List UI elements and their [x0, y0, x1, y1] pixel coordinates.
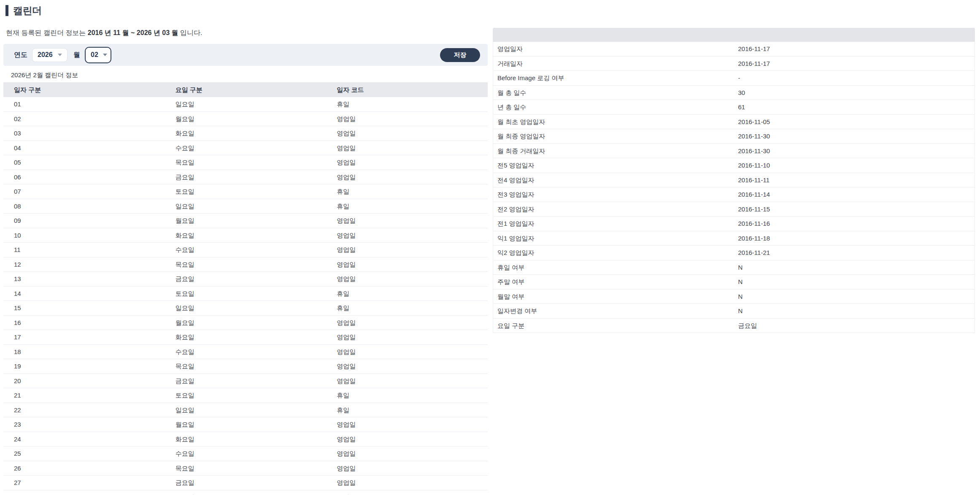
detail-label: 월 최종 영업일자: [493, 129, 734, 144]
day-cell: 09: [3, 214, 165, 228]
weekday-cell: 수요일: [165, 141, 327, 155]
weekday-cell: 금요일: [165, 272, 327, 287]
detail-row: 전3 영업일자2016-11-14: [493, 187, 975, 202]
table-row[interactable]: 02월요일영업일: [3, 111, 488, 126]
detail-row: 일자변경 여부N: [493, 304, 975, 319]
table-row[interactable]: 23월요일영업일: [3, 417, 488, 432]
info-prefix: 현재 등록된 캘린더 정보는: [6, 29, 88, 36]
day-cell: 24: [3, 432, 165, 446]
table-row[interactable]: 17화요일영업일: [3, 330, 488, 345]
filter-form-bar: 연도 2026 월 02 저장: [3, 44, 488, 66]
daycode-cell: 영업일: [326, 344, 488, 359]
detail-value: 2016-11-17: [734, 56, 975, 71]
table-row[interactable]: 11수요일영업일: [3, 243, 488, 257]
table-row[interactable]: 24화요일영업일: [3, 432, 488, 446]
daycode-cell: 영업일: [326, 330, 488, 345]
table-row[interactable]: 01일요일휴일: [3, 97, 488, 111]
table-row[interactable]: 28토요일휴일: [3, 490, 488, 495]
detail-table: 영업일자2016-11-17거래일자2016-11-17Before Image…: [493, 42, 975, 333]
daycode-cell: 영업일: [326, 126, 488, 141]
weekday-cell: 일요일: [165, 301, 327, 316]
weekday-cell: 목요일: [165, 155, 327, 170]
table-row[interactable]: 05목요일영업일: [3, 155, 488, 170]
detail-label: 년 총 일수: [493, 100, 734, 115]
detail-label: 월 최초 영업일자: [493, 114, 734, 129]
day-cell: 15: [3, 301, 165, 316]
detail-row: 월 총 일수30: [493, 85, 975, 100]
detail-row: 월 최초 영업일자2016-11-05: [493, 114, 975, 129]
table-row[interactable]: 04수요일영업일: [3, 141, 488, 155]
detail-value: 2016-11-11: [734, 173, 975, 187]
daycode-cell: 영업일: [326, 432, 488, 446]
daycode-cell: 영업일: [326, 417, 488, 432]
day-cell: 05: [3, 155, 165, 170]
daycode-cell: 영업일: [326, 141, 488, 155]
daycode-cell: 영업일: [326, 228, 488, 243]
detail-label: 전3 영업일자: [493, 187, 734, 202]
detail-value: N: [734, 289, 975, 304]
main-layout: 현재 등록된 캘린더 정보는 2016 년 11 월 ~ 2026 년 03 월…: [3, 28, 975, 495]
weekday-cell: 금요일: [165, 170, 327, 184]
column-header-day: 일자 구분: [3, 82, 165, 97]
detail-value: 2016-11-15: [734, 202, 975, 216]
weekday-cell: 일요일: [165, 403, 327, 417]
detail-row: 영업일자2016-11-17: [493, 42, 975, 56]
weekday-cell: 화요일: [165, 432, 327, 446]
day-cell: 21: [3, 388, 165, 403]
daycode-cell: 휴일: [326, 199, 488, 214]
weekday-cell: 목요일: [165, 461, 327, 476]
day-cell: 11: [3, 243, 165, 257]
detail-label: 영업일자: [493, 42, 734, 56]
table-row[interactable]: 12목요일영업일: [3, 257, 488, 272]
weekday-cell: 화요일: [165, 126, 327, 141]
detail-label: 월 최종 거래일자: [493, 143, 734, 158]
year-select[interactable]: 2026: [32, 48, 67, 62]
detail-label: 월 총 일수: [493, 85, 734, 100]
year-select-value: 2026: [38, 51, 53, 59]
detail-label: 거래일자: [493, 56, 734, 71]
page-header: 캘린더: [5, 4, 975, 17]
detail-value: N: [734, 304, 975, 319]
table-row[interactable]: 27금요일영업일: [3, 476, 488, 490]
detail-label: 익1 영업일자: [493, 231, 734, 246]
detail-value: 2016-11-21: [734, 246, 975, 260]
weekday-cell: 토요일: [165, 286, 327, 301]
day-cell: 01: [3, 97, 165, 111]
table-row[interactable]: 15일요일휴일: [3, 301, 488, 316]
weekday-cell: 목요일: [165, 257, 327, 272]
table-row[interactable]: 26목요일영업일: [3, 461, 488, 476]
table-row[interactable]: 25수요일영업일: [3, 446, 488, 461]
month-select[interactable]: 02: [85, 47, 111, 63]
detail-row: 월말 여부N: [493, 289, 975, 304]
save-button[interactable]: 저장: [440, 48, 480, 62]
detail-row: 주말 여부N: [493, 275, 975, 289]
table-row[interactable]: 08일요일휴일: [3, 199, 488, 214]
table-row[interactable]: 14토요일휴일: [3, 286, 488, 301]
table-row[interactable]: 22일요일휴일: [3, 403, 488, 417]
weekday-cell: 월요일: [165, 111, 327, 126]
column-header-daycode: 일자 코드: [326, 82, 488, 97]
weekday-cell: 수요일: [165, 344, 327, 359]
day-cell: 06: [3, 170, 165, 184]
day-cell: 22: [3, 403, 165, 417]
detail-value: 2016-11-14: [734, 187, 975, 202]
table-row[interactable]: 09월요일영업일: [3, 214, 488, 228]
weekday-cell: 금요일: [165, 373, 327, 388]
daycode-cell: 영업일: [326, 373, 488, 388]
table-row[interactable]: 07토요일휴일: [3, 184, 488, 199]
day-cell: 07: [3, 184, 165, 199]
chevron-down-icon: [103, 54, 107, 56]
table-row[interactable]: 20금요일영업일: [3, 373, 488, 388]
info-date-range: 2016 년 11 월 ~ 2026 년 03 월: [88, 29, 178, 36]
registered-range-info: 현재 등록된 캘린더 정보는 2016 년 11 월 ~ 2026 년 03 월…: [6, 29, 488, 37]
daycode-cell: 영업일: [326, 476, 488, 490]
table-row[interactable]: 06금요일영업일: [3, 170, 488, 184]
table-row[interactable]: 21토요일휴일: [3, 388, 488, 403]
detail-value: 2016-11-05: [734, 114, 975, 129]
table-row[interactable]: 03화요일영업일: [3, 126, 488, 141]
table-row[interactable]: 19목요일영업일: [3, 359, 488, 374]
table-row[interactable]: 16월요일영업일: [3, 315, 488, 330]
table-row[interactable]: 10화요일영업일: [3, 228, 488, 243]
table-row[interactable]: 18수요일영업일: [3, 344, 488, 359]
table-row[interactable]: 13금요일영업일: [3, 272, 488, 287]
